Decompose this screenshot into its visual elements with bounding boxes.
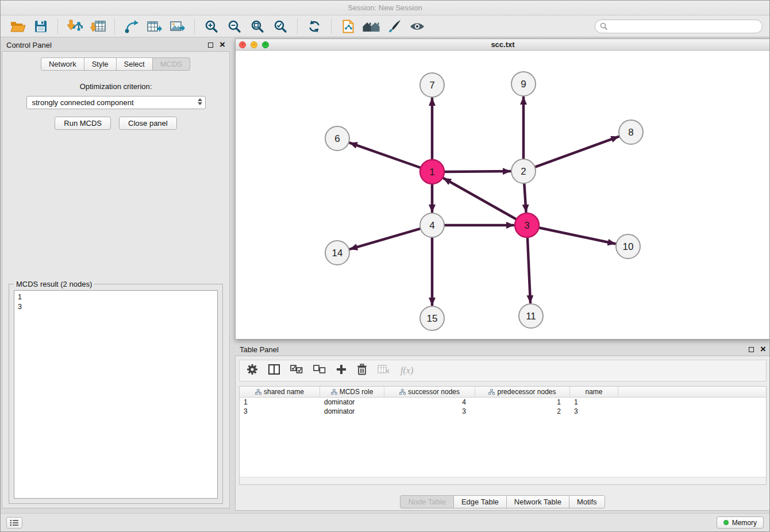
import-table-button[interactable] bbox=[87, 17, 108, 36]
tab-network[interactable]: Network bbox=[41, 57, 84, 71]
run-mcds-button[interactable]: Run MCDS bbox=[55, 117, 111, 130]
unchecked-boxes-icon bbox=[313, 365, 326, 374]
create-column-button[interactable] bbox=[336, 364, 346, 377]
table-row[interactable]: 1 dominator 4 1 1 bbox=[240, 398, 766, 407]
float-panel-icon[interactable] bbox=[749, 347, 754, 352]
tab-select[interactable]: Select bbox=[116, 57, 153, 71]
function-builder-button[interactable]: f(x) bbox=[401, 365, 413, 376]
table-settings-button[interactable] bbox=[247, 364, 258, 377]
open-session-button[interactable] bbox=[7, 17, 28, 36]
column-header-shared-name[interactable]: shared name bbox=[240, 387, 320, 397]
graph-node-14[interactable]: 14 bbox=[325, 241, 349, 265]
graph-edge-3-1[interactable] bbox=[444, 178, 517, 219]
delete-table-button[interactable] bbox=[378, 365, 390, 376]
save-session-button[interactable] bbox=[30, 17, 51, 36]
export-network-button[interactable] bbox=[121, 17, 142, 36]
show-hide-button[interactable] bbox=[407, 17, 428, 36]
task-history-button[interactable] bbox=[6, 517, 22, 529]
graph-node-10[interactable]: 10 bbox=[616, 234, 640, 259]
cell-predecessor-nodes[interactable]: 1 bbox=[475, 398, 570, 407]
graph-edge-2-8[interactable] bbox=[535, 137, 619, 167]
graph-node-1[interactable]: 1 bbox=[420, 160, 444, 184]
graph-edge-4-14[interactable] bbox=[350, 229, 421, 249]
toolbar-separator bbox=[57, 19, 58, 34]
zoom-out-button[interactable] bbox=[224, 17, 245, 36]
network-graph[interactable]: 7968124314101511 bbox=[236, 51, 770, 339]
attribute-tree-icon bbox=[331, 389, 337, 395]
graph-edge-3-11[interactable] bbox=[528, 237, 530, 303]
memory-button[interactable]: Memory bbox=[717, 516, 764, 529]
graph-node-4[interactable]: 4 bbox=[420, 213, 444, 237]
column-header-successor-nodes[interactable]: successor nodes bbox=[384, 387, 475, 397]
open-folder-icon bbox=[10, 20, 26, 33]
graph-node-label: 15 bbox=[427, 313, 438, 324]
tab-node-table[interactable]: Node Table bbox=[400, 495, 454, 508]
graph-node-2[interactable]: 2 bbox=[511, 159, 536, 183]
graph-edge-3-10[interactable] bbox=[539, 228, 615, 244]
cell-mcds-role[interactable]: dominator bbox=[320, 407, 384, 416]
graph-edge-1-6[interactable] bbox=[350, 143, 421, 168]
show-columns-button[interactable] bbox=[268, 364, 280, 377]
delete-table-icon bbox=[378, 365, 390, 374]
export-table-button[interactable] bbox=[144, 17, 165, 36]
close-panel-icon[interactable]: × bbox=[760, 345, 766, 353]
cell-name[interactable]: 3 bbox=[570, 407, 618, 416]
close-panel-icon[interactable]: × bbox=[220, 41, 225, 49]
eye-icon bbox=[409, 21, 425, 32]
memory-label: Memory bbox=[732, 519, 757, 527]
cell-shared-name[interactable]: 3 bbox=[240, 407, 320, 416]
tab-style[interactable]: Style bbox=[84, 57, 117, 71]
tab-network-table[interactable]: Network Table bbox=[506, 495, 569, 508]
window-zoom-icon[interactable]: + bbox=[262, 41, 269, 48]
zoom-fit-button[interactable] bbox=[247, 17, 268, 36]
graph-node-6[interactable]: 6 bbox=[325, 126, 349, 151]
export-image-button[interactable] bbox=[167, 17, 188, 36]
refresh-button[interactable] bbox=[304, 17, 325, 36]
deselect-all-columns-button[interactable] bbox=[313, 365, 326, 376]
column-header-predecessor-nodes[interactable]: predecessor nodes bbox=[475, 387, 570, 397]
import-network-button[interactable] bbox=[64, 17, 85, 36]
graph-edge-2-3[interactable] bbox=[524, 183, 526, 212]
network-overview-button[interactable] bbox=[361, 17, 382, 36]
zoom-in-button[interactable] bbox=[201, 17, 222, 36]
zoom-out-icon bbox=[228, 20, 241, 33]
graph-node-11[interactable]: 11 bbox=[519, 304, 543, 328]
float-panel-icon[interactable] bbox=[208, 43, 213, 48]
cell-name[interactable]: 1 bbox=[570, 398, 618, 407]
table-panel: Table Panel × bbox=[235, 343, 770, 511]
cell-mcds-role[interactable]: dominator bbox=[320, 398, 384, 407]
window-minimize-icon[interactable]: – bbox=[251, 41, 257, 48]
horizontal-scrollbar[interactable] bbox=[240, 477, 766, 484]
tab-mcds[interactable]: MCDS bbox=[152, 57, 190, 71]
table-header-row: shared name MCDS role bbox=[240, 387, 766, 398]
network-canvas[interactable]: 7968124314101511 bbox=[236, 51, 770, 339]
delete-column-button[interactable] bbox=[357, 364, 367, 377]
network-view-window: scc.txt × – + 7968124314101511 bbox=[235, 38, 770, 340]
cell-predecessor-nodes[interactable]: 2 bbox=[475, 407, 570, 416]
clipboard-button[interactable] bbox=[338, 17, 359, 36]
graph-node-7[interactable]: 7 bbox=[420, 73, 444, 97]
column-header-mcds-role[interactable]: MCDS role bbox=[320, 387, 384, 397]
search-input[interactable] bbox=[610, 22, 757, 30]
graph-node-3[interactable]: 3 bbox=[515, 213, 539, 237]
cell-successor-nodes[interactable]: 4 bbox=[384, 398, 475, 407]
table-row[interactable]: 3 dominator 3 2 3 bbox=[240, 407, 766, 416]
optimization-criterion-value: strongly connected component bbox=[32, 98, 134, 107]
graph-edge-1-2[interactable] bbox=[444, 171, 510, 172]
style-brush-button[interactable] bbox=[384, 17, 405, 36]
graph-node-8[interactable]: 8 bbox=[619, 120, 643, 144]
column-header-name[interactable]: name bbox=[570, 387, 618, 397]
tab-edge-table[interactable]: Edge Table bbox=[453, 495, 507, 508]
optimization-criterion-select[interactable]: strongly connected component bbox=[26, 96, 206, 109]
cell-successor-nodes[interactable]: 3 bbox=[384, 407, 475, 416]
zoom-selected-button[interactable] bbox=[270, 17, 291, 36]
graph-node-9[interactable]: 9 bbox=[511, 72, 536, 96]
tab-motifs[interactable]: Motifs bbox=[569, 495, 605, 508]
graph-node-15[interactable]: 15 bbox=[420, 306, 444, 330]
cell-shared-name[interactable]: 1 bbox=[240, 398, 320, 407]
mcds-result-list[interactable]: 1 3 bbox=[14, 290, 218, 499]
close-panel-button[interactable]: Close panel bbox=[119, 117, 177, 130]
window-close-icon[interactable]: × bbox=[239, 41, 246, 48]
select-all-columns-button[interactable] bbox=[290, 365, 303, 376]
search-box[interactable] bbox=[595, 20, 763, 33]
